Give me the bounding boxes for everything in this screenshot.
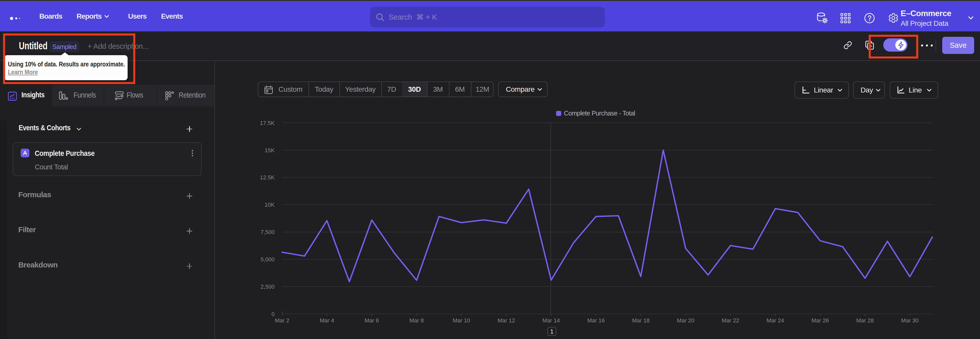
svg-text:Mar 16: Mar 16 — [587, 317, 605, 324]
svg-text:Mar 6: Mar 6 — [365, 317, 379, 324]
svg-text:Mar 14: Mar 14 — [542, 317, 560, 324]
svg-text:Mar 4: Mar 4 — [320, 317, 334, 324]
svg-text:Mar 30: Mar 30 — [901, 317, 918, 324]
svg-text:17.5K: 17.5K — [260, 120, 275, 126]
svg-text:Mar 28: Mar 28 — [856, 317, 873, 324]
svg-text:Mar 12: Mar 12 — [498, 317, 515, 324]
svg-text:Mar 20: Mar 20 — [677, 317, 694, 324]
svg-text:0: 0 — [272, 311, 275, 317]
svg-text:15K: 15K — [265, 147, 275, 154]
svg-text:12.5K: 12.5K — [260, 174, 275, 181]
svg-text:Mar 26: Mar 26 — [811, 317, 829, 324]
svg-text:Mar 18: Mar 18 — [632, 317, 649, 324]
svg-text:7,500: 7,500 — [261, 229, 275, 235]
svg-text:Mar 10: Mar 10 — [453, 317, 470, 324]
svg-text:Mar 22: Mar 22 — [722, 317, 739, 324]
svg-text:10K: 10K — [265, 201, 275, 208]
svg-text:Mar 24: Mar 24 — [767, 317, 784, 324]
svg-text:Mar 2: Mar 2 — [275, 317, 289, 324]
svg-text:2,500: 2,500 — [261, 283, 275, 290]
svg-text:5,000: 5,000 — [261, 256, 275, 262]
svg-text:Mar 8: Mar 8 — [409, 317, 424, 324]
